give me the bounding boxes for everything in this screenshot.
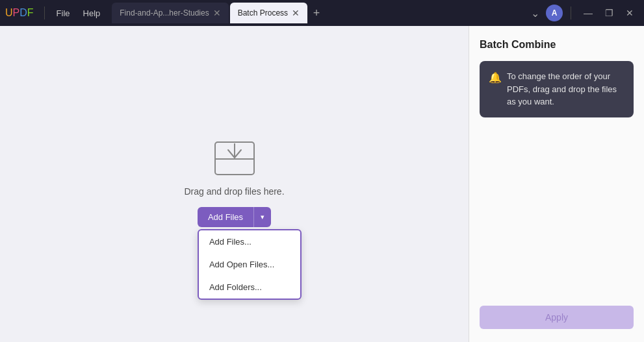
logo-letter-d: D	[19, 7, 27, 19]
minimize-button[interactable]: —	[579, 4, 597, 22]
sidebar-title: Batch Combine	[480, 39, 634, 51]
tab-find-and-ap[interactable]: Find-and-Ap...her-Studies ✕	[112, 3, 228, 23]
tab-close-batch[interactable]: ✕	[292, 8, 300, 18]
divider2	[571, 6, 571, 19]
tab-add-button[interactable]: +	[309, 5, 324, 21]
title-bar: UPDF File Help Find-and-Ap...her-Studies…	[0, 0, 644, 26]
more-button[interactable]: ⌄	[527, 6, 543, 21]
apply-button[interactable]: Apply	[480, 306, 634, 329]
add-files-arrow-icon[interactable]: ▾	[254, 208, 271, 226]
tabs-area: Find-and-Ap...her-Studies ✕ Batch Proces…	[112, 3, 527, 23]
add-files-button[interactable]: Add Files ▾	[198, 207, 271, 227]
drop-text: Drag and drop files here.	[184, 186, 284, 197]
content-area: Drag and drop files here. Add Files ▾ Ad…	[0, 26, 469, 342]
menu-help[interactable]: Help	[77, 6, 107, 21]
close-button[interactable]: ✕	[621, 4, 639, 22]
tab-close-find[interactable]: ✕	[213, 8, 221, 18]
info-box: 🔔 To change the order of your PDFs, drag…	[480, 61, 634, 117]
add-files-dropdown: Add Files... Add Open Files... Add Folde…	[198, 229, 302, 300]
logo-letter-u: U	[5, 7, 13, 19]
logo-letter-f: F	[27, 7, 34, 19]
tab-label-find: Find-and-Ap...her-Studies	[120, 8, 209, 18]
title-bar-right: ⌄ A — ❐ ✕	[527, 4, 639, 22]
app-logo: UPDF	[5, 7, 34, 19]
drop-zone: Drag and drop files here. Add Files ▾ Ad…	[184, 141, 284, 227]
inbox-icon	[214, 141, 255, 176]
dropdown-item-add-files[interactable]: Add Files...	[199, 230, 300, 253]
bell-icon: 🔔	[489, 70, 502, 108]
avatar[interactable]: A	[546, 5, 563, 21]
info-text: To change the order of your PDFs, drag a…	[507, 70, 625, 108]
dropdown-item-add-folders[interactable]: Add Folders...	[199, 276, 300, 299]
maximize-button[interactable]: ❐	[600, 4, 618, 22]
tab-label-batch: Batch Process	[238, 8, 288, 18]
main-area: Drag and drop files here. Add Files ▾ Ad…	[0, 26, 644, 342]
add-files-container: Add Files ▾ Add Files... Add Open Files.…	[198, 207, 271, 227]
add-files-label: Add Files	[198, 207, 254, 227]
dropdown-item-add-open-files[interactable]: Add Open Files...	[199, 253, 300, 276]
logo-letter-p: P	[13, 7, 20, 19]
divider	[44, 6, 45, 19]
tab-batch-process[interactable]: Batch Process ✕	[230, 3, 307, 23]
sidebar: Batch Combine 🔔 To change the order of y…	[469, 26, 644, 342]
menu-file[interactable]: File	[50, 6, 77, 21]
